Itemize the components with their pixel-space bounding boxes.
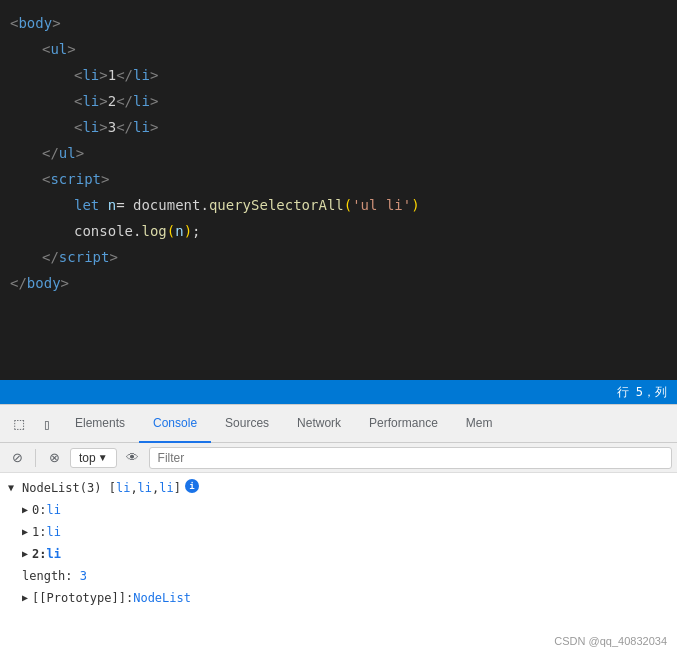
info-icon[interactable]: i [185, 479, 199, 493]
prototype-key: [[Prototype]]: [32, 589, 133, 607]
code-line-7: <script> [0, 166, 677, 192]
nodelist-expand-arrow[interactable] [8, 479, 18, 497]
item-2-arrow[interactable] [22, 545, 28, 563]
nodelist-row: NodeList(3) [li, li, li] i [0, 477, 677, 499]
li-item-1: li [138, 479, 152, 497]
tab-console[interactable]: Console [139, 405, 211, 443]
nodelist-label: NodeList(3) [ [22, 479, 116, 497]
context-label: top [79, 451, 96, 465]
eye-icon-button[interactable]: 👁 [121, 446, 145, 470]
code-line-2: <ul> [0, 36, 677, 62]
inspect-icon[interactable]: ▯ [33, 410, 61, 438]
nodelist-prototype: [[Prototype]]: NodeList [0, 587, 677, 609]
code-line-3: <li>1</li> [0, 62, 677, 88]
editor-area: <body> <ul> <li>1</li> <li>2</li> <li>3<… [0, 0, 677, 380]
code-line-10: </script> [0, 244, 677, 270]
cursor-position: 行 5，列 [617, 384, 667, 401]
tab-network[interactable]: Network [283, 405, 355, 443]
tab-sources[interactable]: Sources [211, 405, 283, 443]
code-line-5: <li>3</li> [0, 114, 677, 140]
console-toolbar: ⊘ ⊗ top ▼ 👁 [0, 443, 677, 473]
li-item-2: li [159, 479, 173, 497]
length-value: 3 [80, 569, 87, 583]
code-line-8: let n= document.querySelectorAll('ul li'… [0, 192, 677, 218]
code-line-11: </body> [0, 270, 677, 296]
status-bar: 行 5，列 [0, 380, 677, 404]
li-item-0: li [116, 479, 130, 497]
tab-memory[interactable]: Mem [452, 405, 507, 443]
devtools-tabs-bar: ⬚ ▯ Elements Console Sources Network Per… [0, 405, 677, 443]
context-dropdown[interactable]: top ▼ [70, 448, 117, 468]
item-0-arrow[interactable] [22, 501, 28, 519]
nodelist-item-2: 2: li [0, 543, 677, 565]
toolbar-divider [35, 449, 36, 467]
tab-performance[interactable]: Performance [355, 405, 452, 443]
nodelist-item-1: 1: li [0, 521, 677, 543]
filter-input[interactable] [149, 447, 672, 469]
code-line-4: <li>2</li> [0, 88, 677, 114]
prototype-arrow[interactable] [22, 589, 28, 607]
code-line-1: <body> [0, 10, 677, 36]
nodelist-length: length: 3 [0, 565, 677, 587]
code-line-6: </ul> [0, 140, 677, 166]
console-output-area: NodeList(3) [li, li, li] i 0: li 1: li 2… [0, 473, 677, 655]
length-key: length: [22, 569, 80, 583]
cursor-icon[interactable]: ⬚ [5, 410, 33, 438]
nodelist-item-0: 0: li [0, 499, 677, 521]
item-1-arrow[interactable] [22, 523, 28, 541]
prototype-value: NodeList [133, 589, 191, 607]
csdn-watermark: CSDN @qq_40832034 [554, 635, 667, 647]
code-line-9: console.log(n); [0, 218, 677, 244]
devtools-panel: ⬚ ▯ Elements Console Sources Network Per… [0, 404, 677, 655]
clear-console-button[interactable]: ⊘ [5, 446, 29, 470]
dropdown-arrow-icon: ▼ [98, 452, 108, 463]
block-requests-button[interactable]: ⊗ [42, 446, 66, 470]
tab-elements[interactable]: Elements [61, 405, 139, 443]
